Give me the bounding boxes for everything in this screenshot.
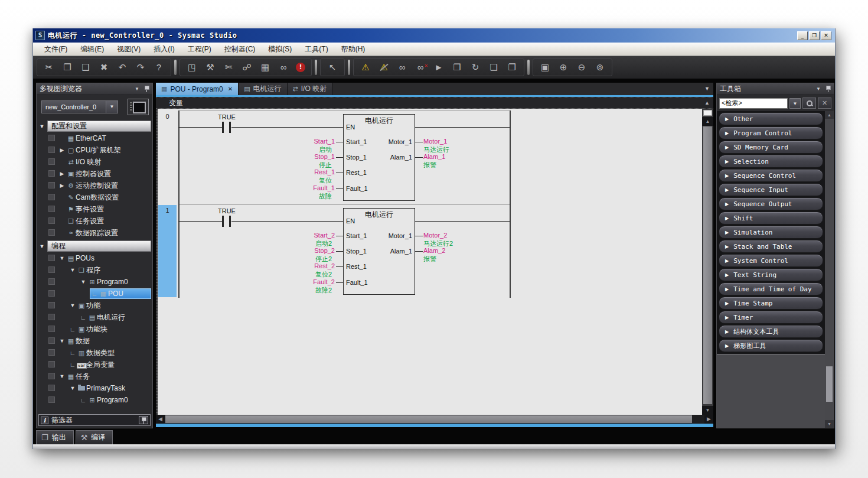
- tree-item-content[interactable]: ⇄I/O 映射: [58, 157, 151, 167]
- chevron-down-icon[interactable]: ▼: [68, 267, 77, 273]
- editor-tab[interactable]: ▦POU - Program0✕: [156, 83, 239, 95]
- title-bar[interactable]: S 电机运行 - new_Controller_0 - Sysmac Studi…: [33, 28, 835, 43]
- tree-item-pou[interactable]: ∟▦POU: [37, 288, 152, 300]
- undo-icon[interactable]: ↶: [116, 61, 128, 73]
- filter-pin-button[interactable]: [139, 416, 148, 424]
- copy-icon[interactable]: ❐: [61, 61, 73, 73]
- zoom-out-icon[interactable]: ⊖: [576, 61, 588, 73]
- contact-variable-label[interactable]: TRUE: [203, 207, 250, 214]
- tree-item-checkbox[interactable]: [48, 255, 55, 261]
- tree-item-checkbox[interactable]: [48, 147, 55, 153]
- chevron-down-icon[interactable]: ▼: [68, 303, 77, 308]
- menu-item[interactable]: 编辑(E): [74, 43, 110, 56]
- chevron-down-icon[interactable]: ▼: [58, 373, 66, 379]
- binoculars-search-icon[interactable]: ∞: [278, 61, 289, 73]
- contact-variable-label[interactable]: TRUE: [203, 113, 250, 121]
- toolbox-category[interactable]: ▶Timer: [719, 311, 823, 324]
- tree-item-[interactable]: ∟▤电机运行: [37, 311, 152, 323]
- close-button[interactable]: ✕: [821, 31, 831, 40]
- chevron-up-icon[interactable]: ▲: [704, 100, 710, 106]
- function-block[interactable]: 电机运行ENStart_1Stop_1Rest_1Fault_1Motor_1A…: [343, 114, 415, 201]
- scroll-up-icon[interactable]: ▲: [825, 111, 834, 119]
- bottom-tab-编译[interactable]: ⚒编译: [76, 430, 113, 444]
- tree-item-content[interactable]: ∟▥数据类型: [68, 347, 151, 358]
- popout-window-icon[interactable]: ◳: [186, 61, 198, 73]
- delete-icon[interactable]: ✖: [98, 61, 110, 73]
- horizontal-scrollbar[interactable]: ◀ ▶: [156, 415, 713, 424]
- tree-item-checkbox[interactable]: [48, 135, 55, 141]
- toolbox-category[interactable]: ▶Sequence Control: [719, 169, 823, 182]
- tree-item-checkbox[interactable]: [48, 158, 55, 165]
- contact-symbol[interactable]: [229, 122, 231, 133]
- tab-list-dropdown-icon[interactable]: ▼: [704, 86, 710, 92]
- tree-item-checkbox[interactable]: [48, 302, 55, 308]
- input-variable-label[interactable]: Stop_2: [244, 247, 335, 254]
- tree-item-content[interactable]: ▶⚙运动控制设置: [58, 180, 151, 191]
- glasses-watch-off-icon[interactable]: ∞: [415, 61, 426, 73]
- tree-item-checkbox[interactable]: [48, 217, 55, 224]
- monitor-window1-icon[interactable]: ❏: [488, 61, 500, 73]
- clamp-icon[interactable]: ☍: [241, 61, 253, 73]
- menu-item[interactable]: 工具(T): [298, 43, 334, 56]
- tree-item-checkbox[interactable]: [48, 314, 55, 320]
- toolbox-scrollbar[interactable]: ▲ ▼: [825, 111, 834, 428]
- tree-item-[interactable]: ▶▣控制器设置: [37, 168, 152, 180]
- function-block[interactable]: 电机运行ENStart_1Stop_1Rest_1Fault_1Motor_1A…: [343, 208, 415, 295]
- tree-item-[interactable]: ▼❏程序: [37, 264, 152, 276]
- toolbox-category[interactable]: ▶结构体文本工具: [719, 325, 823, 338]
- vertical-scrollbar[interactable]: ▲ ▼: [702, 109, 713, 415]
- tree-item-content[interactable]: ❏任务设置: [58, 216, 151, 226]
- tree-item-checkbox[interactable]: [48, 206, 55, 212]
- tree-item-[interactable]: ▶⚙运动控制设置: [37, 180, 152, 191]
- tree-item-[interactable]: ❏任务设置: [37, 215, 152, 227]
- clear-search-button[interactable]: ✕: [818, 97, 831, 109]
- tree-item-[interactable]: ▼▦任务: [37, 370, 152, 382]
- tree-item-content[interactable]: ∟var全局变量: [68, 359, 151, 370]
- cut-icon[interactable]: ✂: [43, 61, 55, 73]
- tree-item-[interactable]: ∟▥数据类型: [37, 347, 152, 359]
- tree-item-content[interactable]: ▶▢CPU/扩展机架: [58, 145, 151, 155]
- toolbox-category[interactable]: ▶Sequence Output: [719, 197, 823, 210]
- warning-icon[interactable]: ⚠: [360, 61, 371, 73]
- chevron-down-icon[interactable]: ▼: [58, 338, 66, 344]
- tree-item-checkbox[interactable]: [48, 373, 55, 379]
- help-icon[interactable]: ?: [153, 61, 165, 73]
- paste-icon[interactable]: ❑: [80, 61, 92, 73]
- tree-item-program0[interactable]: ∟⊞Program0: [37, 394, 152, 406]
- toolbox-category[interactable]: ▶Text String: [719, 268, 823, 281]
- toolbox-category[interactable]: ▶Stack and Table: [719, 240, 823, 253]
- toolbox-category[interactable]: ▶Simulation: [719, 226, 823, 239]
- chevron-down-icon[interactable]: ▼: [58, 255, 66, 261]
- tree-item-pous[interactable]: ▼▤POUs: [37, 252, 152, 264]
- chevron-right-icon[interactable]: ▶: [58, 147, 66, 153]
- chevron-down-icon[interactable]: ▼: [68, 385, 77, 391]
- step-run-icon[interactable]: ►: [433, 61, 445, 73]
- tree-item-checkbox[interactable]: [48, 290, 55, 297]
- input-variable-label[interactable]: Rest_2: [244, 262, 335, 269]
- chevron-right-icon[interactable]: ▶: [58, 183, 66, 188]
- tree-item-content[interactable]: ∟▦POU: [90, 288, 151, 299]
- scrollbar-thumb[interactable]: [703, 126, 712, 404]
- restore-button[interactable]: ❐: [809, 31, 820, 40]
- tree-item-[interactable]: ▼▣功能: [37, 300, 152, 311]
- input-variable-label[interactable]: Rest_1: [244, 168, 335, 175]
- toolbox-category[interactable]: ▶Other: [719, 112, 823, 125]
- filter-bar[interactable]: i 筛选器: [38, 414, 151, 426]
- rung-number-cell[interactable]: 1: [158, 205, 177, 297]
- tree-item-checkbox[interactable]: [48, 229, 55, 236]
- scroll-down-icon[interactable]: ▼: [702, 406, 713, 415]
- output-variable-label[interactable]: Motor_1: [423, 138, 447, 145]
- tree-item-content[interactable]: ▼▦数据: [58, 336, 151, 346]
- pin-icon[interactable]: [825, 86, 831, 92]
- tree-item-[interactable]: ∟var全局变量: [37, 359, 152, 370]
- toolbox-category[interactable]: ▶Program Control: [719, 126, 823, 139]
- scrollbar-thumb[interactable]: [826, 366, 833, 402]
- toolbox-category[interactable]: ▶Time Stamp: [719, 297, 823, 310]
- toolbox-category[interactable]: ▶Selection: [719, 155, 823, 168]
- zoom-in-icon[interactable]: ⊕: [557, 61, 569, 73]
- tree-item-content[interactable]: ∟▣功能块: [68, 324, 151, 334]
- tree-section-header[interactable]: ▼配置和设置: [37, 120, 152, 132]
- toolbox-category[interactable]: ▶梯形图工具: [719, 339, 823, 352]
- splitter-button[interactable]: [703, 110, 712, 116]
- toolbox-category[interactable]: ▶Sequence Input: [719, 183, 823, 196]
